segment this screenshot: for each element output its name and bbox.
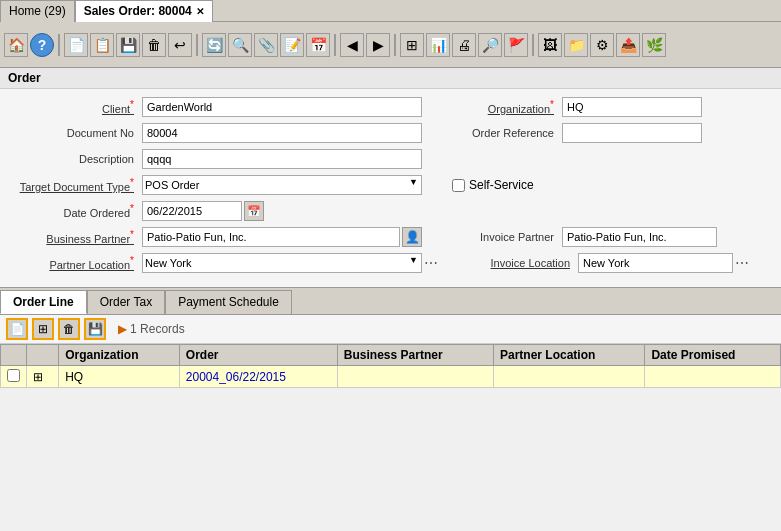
grid-delete-icon[interactable]: 🗑: [58, 318, 80, 340]
row-grid-icon: ⊞: [33, 370, 43, 384]
export-icon[interactable]: 📤: [616, 33, 640, 57]
toolbar: 🏠 ? 📄 📋 💾 🗑 ↩ 🔄 🔍 📎 📝 📅 ◀ ▶ ⊞ 📊 🖨 🔎 🚩 🖼 …: [0, 22, 781, 68]
description-input[interactable]: [142, 149, 422, 169]
row-order-cell[interactable]: 20004_06/22/2015: [179, 366, 337, 388]
row-dp-cell: [645, 366, 781, 388]
grid-new-icon[interactable]: 📄: [6, 318, 28, 340]
self-service-group: Self-Service: [452, 178, 769, 192]
zoom-icon[interactable]: 🔎: [478, 33, 502, 57]
date-ordered-wrapper: 📅: [142, 201, 264, 221]
invoice-location-label: Invoice Location: [468, 257, 578, 269]
form-row-bp: Business Partner 👤 Invoice Partner: [12, 227, 769, 247]
date-ordered-label: Date Ordered: [12, 203, 142, 219]
row-org-cell: HQ: [59, 366, 180, 388]
flag-icon[interactable]: 🚩: [504, 33, 528, 57]
separator5: [532, 34, 534, 56]
grid-header-row: Organization Order Business Partner Part…: [1, 345, 781, 366]
more-icon[interactable]: ⋯: [424, 255, 438, 271]
panel-tabs: Order Line Order Tax Payment Schedule: [0, 287, 781, 315]
row-icon-cell: ⊞: [27, 366, 59, 388]
tab-sales-order[interactable]: Sales Order: 80004 ✕: [75, 0, 213, 22]
col-organization: Organization: [59, 345, 180, 366]
table-row: ⊞ HQ 20004_06/22/2015: [1, 366, 781, 388]
col-row-icon: [27, 345, 59, 366]
separator4: [394, 34, 396, 56]
invoice-location-more-icon[interactable]: ⋯: [735, 255, 749, 271]
invoice-partner-label: Invoice Partner: [452, 231, 562, 243]
organization-input[interactable]: [562, 97, 702, 117]
grid-container: Organization Order Business Partner Part…: [0, 344, 781, 388]
separator3: [334, 34, 336, 56]
order-reference-input[interactable]: [562, 123, 702, 143]
target-doc-type-select[interactable]: POS Order: [142, 175, 422, 195]
business-partner-input[interactable]: [142, 227, 400, 247]
help-icon[interactable]: ?: [30, 33, 54, 57]
invoice-location-input[interactable]: [578, 253, 733, 273]
grid-table: Organization Order Business Partner Part…: [0, 344, 781, 388]
undo-icon[interactable]: ↩: [168, 33, 192, 57]
copy-icon[interactable]: 📋: [90, 33, 114, 57]
tab-bar: Home (29) Sales Order: 80004 ✕: [0, 0, 781, 22]
new-icon[interactable]: 📄: [64, 33, 88, 57]
save-icon[interactable]: 💾: [116, 33, 140, 57]
order-link[interactable]: 20004_06/22/2015: [186, 370, 286, 384]
leaf-icon[interactable]: 🌿: [642, 33, 666, 57]
form-row-location: Partner Location New York ⋯ Invoice Loca…: [12, 253, 769, 273]
row-checkbox-cell[interactable]: [1, 366, 27, 388]
col-partner-location: Partner Location: [493, 345, 644, 366]
tab-order-line[interactable]: Order Line: [0, 290, 87, 314]
separator1: [58, 34, 60, 56]
grid-save-icon[interactable]: 💾: [84, 318, 106, 340]
client-input[interactable]: [142, 97, 422, 117]
record-count: ▶ 1 Records: [118, 322, 185, 336]
form-row-date: Date Ordered 📅: [12, 201, 769, 221]
home-icon[interactable]: 🏠: [4, 33, 28, 57]
prev-icon[interactable]: ◀: [340, 33, 364, 57]
target-doc-type-wrapper: POS Order: [142, 175, 422, 195]
calendar-icon[interactable]: 📅: [306, 33, 330, 57]
col-order: Order: [179, 345, 337, 366]
business-partner-label: Business Partner: [12, 229, 142, 245]
col-business-partner: Business Partner: [337, 345, 493, 366]
tab-order-tax[interactable]: Order Tax: [87, 290, 165, 314]
bp-lookup-icon[interactable]: 👤: [402, 227, 422, 247]
grid-view-icon[interactable]: ⊞: [400, 33, 424, 57]
self-service-checkbox-row: Self-Service: [452, 178, 534, 192]
invoice-partner-input[interactable]: [562, 227, 717, 247]
img2-icon[interactable]: 📁: [564, 33, 588, 57]
row-checkbox[interactable]: [7, 369, 20, 382]
partner-location-select[interactable]: New York: [142, 253, 422, 273]
tab-close-icon[interactable]: ✕: [196, 6, 204, 17]
col-checkbox: [1, 345, 27, 366]
form-row-docno: Document No Order Reference: [12, 123, 769, 143]
tab-home[interactable]: Home (29): [0, 0, 75, 22]
chart-icon[interactable]: 📊: [426, 33, 450, 57]
calendar-picker-icon[interactable]: 📅: [244, 201, 264, 221]
next-icon[interactable]: ▶: [366, 33, 390, 57]
document-no-input[interactable]: [142, 123, 422, 143]
delete-icon[interactable]: 🗑: [142, 33, 166, 57]
print-icon[interactable]: 🖨: [452, 33, 476, 57]
partner-location-wrapper: New York: [142, 253, 422, 273]
row-pl-cell: [493, 366, 644, 388]
org-group: Organization: [452, 97, 769, 117]
attach-icon[interactable]: 📎: [254, 33, 278, 57]
note-icon[interactable]: 📝: [280, 33, 304, 57]
self-service-label: Self-Service: [469, 178, 534, 192]
form-row-client: Client Organization: [12, 97, 769, 117]
invoice-location-group: Invoice Location ⋯: [468, 253, 769, 273]
row-bp-cell: [337, 366, 493, 388]
date-ordered-input[interactable]: [142, 201, 242, 221]
find-icon[interactable]: 🔍: [228, 33, 252, 57]
img1-icon[interactable]: 🖼: [538, 33, 562, 57]
col-date-promised: Date Promised: [645, 345, 781, 366]
document-no-label: Document No: [12, 127, 142, 139]
invoice-partner-group: Invoice Partner: [452, 227, 769, 247]
form-row-doc-type: Target Document Type POS Order Self-Serv…: [12, 175, 769, 195]
settings-icon[interactable]: ⚙: [590, 33, 614, 57]
refresh-icon[interactable]: 🔄: [202, 33, 226, 57]
order-ref-group: Order Reference: [452, 123, 769, 143]
grid-grid-icon[interactable]: ⊞: [32, 318, 54, 340]
tab-payment-schedule[interactable]: Payment Schedule: [165, 290, 292, 314]
self-service-checkbox[interactable]: [452, 179, 465, 192]
